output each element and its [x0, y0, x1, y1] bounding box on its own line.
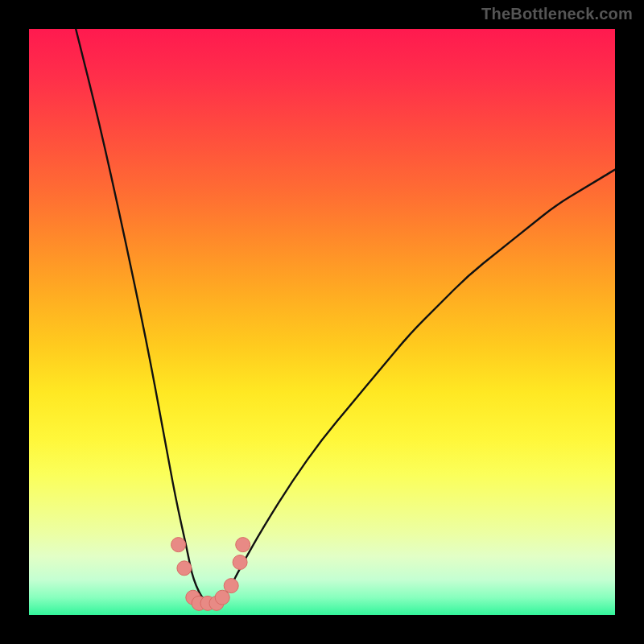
curve-marker: [177, 561, 192, 576]
curve-marker: [233, 555, 247, 570]
bottleneck-curve: [76, 29, 615, 603]
curve-layer: [29, 29, 615, 615]
curve-marker: [224, 579, 238, 593]
plot-area: [29, 29, 615, 615]
marker-group: [171, 538, 250, 611]
curve-marker: [215, 590, 229, 605]
curve-marker: [236, 538, 250, 552]
watermark-text: TheBottleneck.com: [481, 5, 633, 23]
chart-frame: TheBottleneck.com: [0, 0, 644, 644]
curve-marker: [171, 538, 186, 552]
